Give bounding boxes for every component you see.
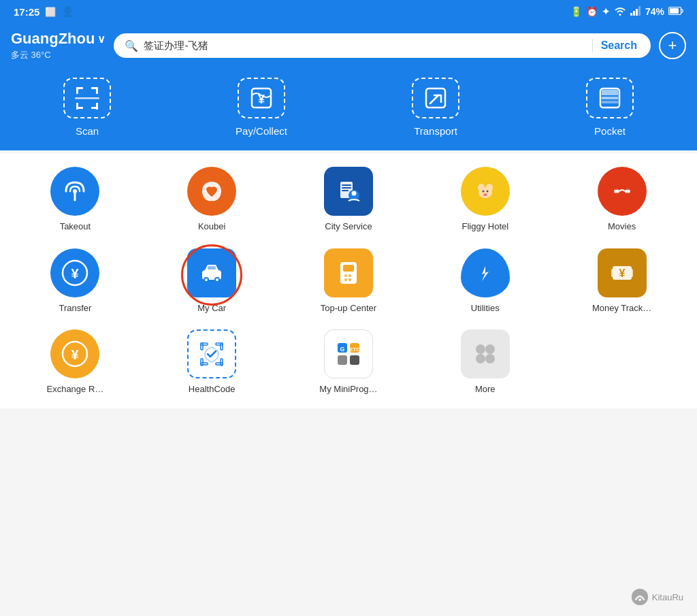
svg-point-36 xyxy=(486,191,488,193)
app-more[interactable]: More xyxy=(417,329,553,395)
svg-rect-69 xyxy=(221,343,223,350)
pocket-label: Pocket xyxy=(594,125,626,137)
more-label: More xyxy=(475,384,496,395)
search-button[interactable]: Search xyxy=(598,39,640,52)
svg-rect-51 xyxy=(208,266,216,270)
svg-point-34 xyxy=(489,187,493,191)
quick-action-pocket[interactable]: Pocket xyxy=(523,78,697,137)
svg-rect-5 xyxy=(670,8,679,14)
header: GuangZhou ∨ 多云 36°C 🔍 签证办理-飞猪 Search + xyxy=(0,23,697,72)
svg-rect-72 xyxy=(216,363,223,365)
svg-rect-20 xyxy=(602,97,618,99)
quick-action-transport[interactable]: Transport xyxy=(348,78,523,137)
svg-point-81 xyxy=(485,344,495,354)
app-fliggy[interactable]: Fliggy Hotel xyxy=(417,167,553,232)
app-utilities[interactable]: Utilities xyxy=(417,248,553,314)
status-bar: 17:25 ⬜ 👤 🔋 ⏰ ✦ 74% xyxy=(0,0,697,23)
search-divider xyxy=(592,39,593,52)
svg-rect-13 xyxy=(96,103,98,110)
svg-rect-79 xyxy=(350,355,359,365)
utilities-icon xyxy=(461,248,510,297)
app-exchange[interactable]: ¥ Exchange R… xyxy=(7,329,144,395)
pocket-icon xyxy=(586,78,634,118)
city-name: GuangZhou xyxy=(11,30,95,48)
koubei-label: Koubei xyxy=(198,221,225,232)
money-track-label: Money Track… xyxy=(592,303,651,314)
svg-rect-54 xyxy=(344,274,347,277)
svg-rect-14 xyxy=(75,97,99,99)
svg-text:¥: ¥ xyxy=(71,266,80,281)
svg-point-49 xyxy=(214,277,220,282)
screen-rotate-icon: ⬜ xyxy=(45,7,56,17)
miniprog-icon: G ETC xyxy=(324,329,373,378)
status-right: 🔋 ⏰ ✦ 74% xyxy=(570,6,683,18)
app-city-service[interactable]: City Service xyxy=(280,167,417,232)
app-takeout[interactable]: Takeout xyxy=(7,167,144,232)
svg-text:G: G xyxy=(340,346,344,353)
svg-point-85 xyxy=(638,598,641,601)
more-icon xyxy=(461,329,510,378)
apps-grid: Takeout Koubei xyxy=(7,167,690,395)
svg-point-82 xyxy=(476,354,485,363)
app-healthcode[interactable]: HealthCode xyxy=(144,329,280,395)
svg-point-33 xyxy=(478,187,482,191)
scan-label: Scan xyxy=(76,125,99,137)
app-movies[interactable]: Movies xyxy=(553,167,690,232)
utilities-label: Utilities xyxy=(471,303,500,314)
app-miniprog[interactable]: G ETC My MiniProg… xyxy=(280,329,417,395)
search-bar[interactable]: 🔍 签证办理-飞猪 Search xyxy=(114,33,651,58)
app-my-car[interactable]: My Car xyxy=(144,248,280,314)
watermark-logo xyxy=(632,589,648,605)
quick-action-pay[interactable]: ¥ Pay/Collect xyxy=(174,78,348,137)
koubei-icon xyxy=(187,167,236,216)
svg-point-35 xyxy=(482,191,484,193)
status-time: 17:25 xyxy=(14,6,39,18)
location-block[interactable]: GuangZhou ∨ 多云 36°C xyxy=(11,30,106,61)
app-transfer[interactable]: ¥ Transfer xyxy=(7,248,144,314)
svg-rect-2 xyxy=(636,9,638,16)
topup-label: Top-up Center xyxy=(321,303,376,314)
city-service-icon xyxy=(324,167,373,216)
svg-rect-70 xyxy=(201,363,208,365)
svg-rect-56 xyxy=(344,278,347,281)
svg-point-37 xyxy=(483,193,487,196)
bluetooth-icon: ✦ xyxy=(602,6,610,17)
movies-icon xyxy=(598,167,647,216)
signal-icon xyxy=(630,6,641,18)
svg-point-48 xyxy=(205,278,208,281)
my-car-icon xyxy=(187,248,236,297)
svg-rect-3 xyxy=(638,6,641,16)
svg-point-50 xyxy=(216,278,218,281)
svg-rect-53 xyxy=(343,265,354,272)
city-service-label: City Service xyxy=(325,221,372,232)
battery-percent: 74% xyxy=(645,6,664,17)
svg-rect-1 xyxy=(633,11,635,16)
app-koubei[interactable]: Koubei xyxy=(144,167,280,232)
takeout-icon xyxy=(50,167,99,216)
movies-label: Movies xyxy=(608,221,636,232)
my-car-label: My Car xyxy=(197,303,226,314)
app-topup[interactable]: Top-up Center xyxy=(280,248,417,314)
svg-rect-46 xyxy=(202,270,221,280)
alarm-icon: ⏰ xyxy=(586,6,598,17)
watermark-text: KitauRu xyxy=(652,592,683,602)
status-left: 17:25 ⬜ 👤 xyxy=(14,5,74,18)
exchange-icon: ¥ xyxy=(50,329,99,378)
chevron-down-icon: ∨ xyxy=(97,33,106,46)
svg-text:¥: ¥ xyxy=(619,268,625,279)
add-button[interactable]: + xyxy=(659,32,686,59)
svg-rect-26 xyxy=(342,190,348,191)
app-money-track[interactable]: ¥ Money Track… xyxy=(553,248,690,314)
svg-rect-25 xyxy=(342,187,351,189)
location-city: GuangZhou ∨ xyxy=(11,30,106,48)
healthcode-label: HealthCode xyxy=(189,384,236,395)
profile-icon: 👤 xyxy=(61,5,74,18)
transport-label: Transport xyxy=(414,125,457,137)
quick-action-scan[interactable]: Scan xyxy=(0,78,174,137)
exchange-label: Exchange R… xyxy=(46,384,103,395)
wifi-icon xyxy=(614,6,626,18)
battery-bar-icon xyxy=(668,6,683,17)
svg-rect-55 xyxy=(348,274,351,277)
svg-point-47 xyxy=(204,277,209,282)
apps-section: Takeout Koubei xyxy=(0,153,697,408)
